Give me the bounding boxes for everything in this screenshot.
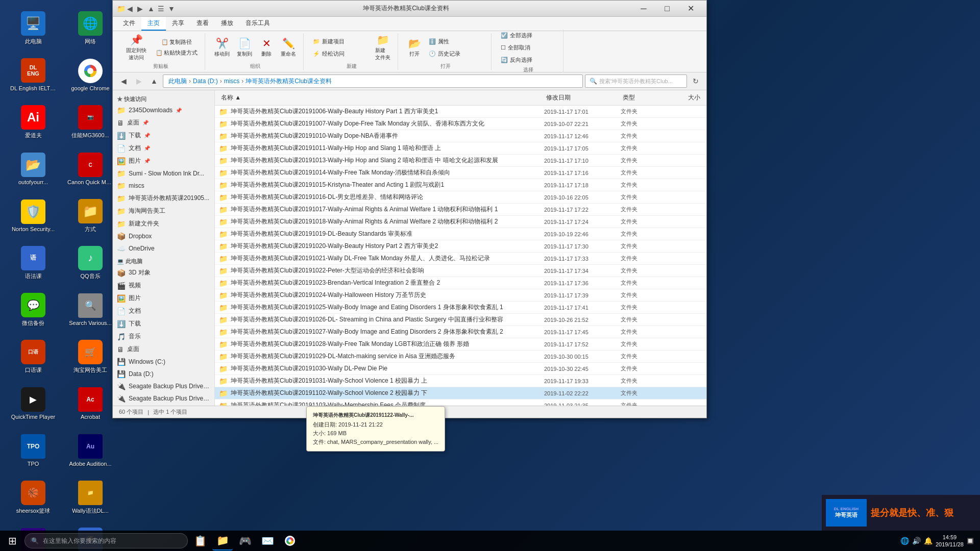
sidebar-item-kunge201905[interactable]: 📁 坤哥英语外教精英课201905...	[113, 192, 214, 205]
game-taskbar-button[interactable]: 🎮	[235, 531, 255, 550]
volume-icon[interactable]: 🔊	[912, 537, 921, 545]
desktop-icon-qq-music[interactable]: ♪ QQ音乐	[62, 240, 118, 286]
file-row[interactable]: 📁 坤哥英语外教精英Club课20191016-DL-男女思维差异、情绪和网络评…	[215, 191, 706, 204]
easy-access-button[interactable]: ⚡ 经松访问	[310, 48, 371, 59]
pin-to-quick-access-button[interactable]: 📌 固定到快速访问	[121, 34, 152, 61]
up-button[interactable]: ▲	[148, 74, 161, 88]
file-row[interactable]: 📁 坤哥英语外教精英Club课20191015-Kristyna-Theater…	[215, 179, 706, 191]
tab-share[interactable]: 共享	[166, 17, 190, 31]
search-box[interactable]: 🔍 搜索'坤哥英语外教精英Club...	[585, 74, 687, 88]
network-icon[interactable]: 🌐	[900, 537, 909, 545]
file-explorer-taskbar-button[interactable]: 📁	[212, 531, 233, 550]
minimize-button[interactable]: ─	[632, 1, 655, 17]
file-row[interactable]: 📁 坤哥英语外教精英Club课20191024-Wally-Halloween …	[215, 289, 706, 302]
file-row[interactable]: 📁 坤哥英语外教精英Club课20191017-Wally-Animal Rig…	[215, 204, 706, 216]
new-folder-button[interactable]: 📁 新建文件夹	[372, 34, 394, 61]
chrome-taskbar-button[interactable]	[280, 531, 300, 550]
desktop-icon-taobao[interactable]: 🛒 淘宝网告美工	[62, 334, 118, 380]
desktop-icon-dl-english[interactable]: DLENG DL English IELTS口语...	[5, 52, 61, 98]
path-d-drive[interactable]: Data (D:)	[192, 78, 219, 85]
column-size[interactable]: 大小	[662, 92, 702, 103]
sidebar-item-music[interactable]: 🎵 音乐	[113, 330, 214, 343]
desktop-icon-canon-menu[interactable]: C Canon Quick Menu	[62, 146, 118, 192]
desktop-icon-audition[interactable]: Au Adobe Audition...	[62, 428, 118, 473]
column-date[interactable]: 修改日期	[544, 92, 621, 103]
file-row[interactable]: 📁 坤哥英语外教精英Club课20191019-DL-Beauty Standa…	[215, 228, 706, 240]
file-row[interactable]: 📁 坤哥英语外教精英Club课20191023-Brendan-Vertical…	[215, 277, 706, 289]
notification-icon[interactable]: 🔲	[967, 538, 974, 544]
rename-button[interactable]: ✏️ 重命名	[278, 34, 299, 61]
desktop-icon-outofyourr[interactable]: 📂 outofyourr...	[5, 146, 61, 192]
paste-button[interactable]: 📋 复制路径	[153, 37, 201, 47]
start-button[interactable]: ⊞	[2, 531, 22, 550]
file-row[interactable]: 📁 坤哥英语外教精英Club课20191021-Wally DL-Free Ta…	[215, 253, 706, 265]
file-row[interactable]: 📁 坤哥英语外教精英Club课20191006-Wally-Beauty His…	[215, 106, 706, 118]
path-miscs[interactable]: miscs	[223, 78, 241, 85]
sidebar-item-documents2[interactable]: 📄 文档	[113, 305, 214, 317]
desktop-icon-network[interactable]: 🌐 网络	[62, 5, 118, 51]
desktop-icon-adobat[interactable]: Ai 爱道夫	[5, 99, 61, 145]
desktop-icon-sheersox[interactable]: 🏀 sheersox篮球	[5, 474, 61, 520]
select-all-button[interactable]: ☑️ 全部选择	[498, 30, 559, 41]
sidebar-item-downloads[interactable]: ⬇️ 下载 📌	[113, 129, 214, 142]
back-button[interactable]: ◀	[117, 74, 130, 88]
properties-button[interactable]: ℹ️ 属性	[426, 36, 487, 47]
file-row[interactable]: 📁 坤哥英语外教精英Club课20191014-Wally-Free Talk …	[215, 167, 706, 179]
sidebar-item-c-drive[interactable]: 💾 Windows (C:)	[113, 356, 214, 368]
sidebar-item-downloads2[interactable]: ⬇️ 下载	[113, 317, 214, 330]
sidebar-item-documents[interactable]: 📄 文档 📌	[113, 142, 214, 155]
sidebar-item-desktop[interactable]: 🖥 桌面 📌	[113, 116, 214, 129]
file-row[interactable]: 📁 坤哥英语外教精英Club课20191025-Wally-Body Image…	[215, 302, 706, 314]
file-row[interactable]: 📁 坤哥英语外教精英Club课20191020-Wally-Beauty His…	[215, 240, 706, 253]
file-row[interactable]: 📁 坤哥英语外教精英Club课20191030-Wally DL-Pew Die…	[215, 363, 706, 375]
column-name[interactable]: 名称 ▲	[219, 92, 544, 103]
sidebar-item-dropbox[interactable]: 📦 Dropbox	[113, 230, 214, 242]
sidebar-item-desktop2[interactable]: 🖥 桌面	[113, 343, 214, 356]
maximize-button[interactable]: □	[655, 1, 679, 17]
battery-icon[interactable]: 🔔	[924, 537, 933, 545]
new-item-button[interactable]: 📁 新建项目	[310, 36, 371, 47]
path-current[interactable]: 坤哥英语外教精英Club课全资料	[244, 77, 333, 86]
desktop-icon-wechat[interactable]: 💬 微信备份	[5, 287, 61, 333]
sidebar-item-seagate-e2[interactable]: 🔌 Seagate Backup Plus Drive (E:	[113, 392, 214, 405]
sidebar-item-onedrive[interactable]: ☁️ OneDrive	[113, 242, 214, 255]
file-row[interactable]: 📁 坤哥英语外教精英Club课20191007-Wally Dope-Free …	[215, 118, 706, 130]
desktop-icon-wally-folder[interactable]: 📁 Wally语法DL...	[62, 474, 118, 520]
file-row[interactable]: 📁 坤哥英语外教精英Club课20191031-Wally-School Vio…	[215, 375, 706, 387]
history-button[interactable]: 🕐 历史记录	[426, 48, 487, 59]
desktop-icon-chrome[interactable]: google Chrome	[62, 52, 118, 98]
desktop-icon-quicktime[interactable]: ▶ QuickTime Player	[5, 381, 61, 427]
desktop-icon-search[interactable]: 🔍 Search Various...	[62, 287, 118, 333]
taskbar-time[interactable]: 14:59 2019/11/28	[936, 534, 964, 548]
desktop-icon-norton[interactable]: 🛡️ Norton Security...	[5, 193, 61, 239]
file-row[interactable]: 📁 坤哥英语外教精英Club课20191029-DL-Match-making …	[215, 350, 706, 363]
sidebar-item-pictures2[interactable]: 🖼️ 图片	[113, 292, 214, 305]
sidebar-item-pictures[interactable]: 🖼️ 图片 📌	[113, 155, 214, 167]
address-path[interactable]: 此电脑 › Data (D:) › miscs › 坤哥英语外教精英Club课全…	[163, 74, 583, 88]
forward-button[interactable]: ▶	[132, 74, 145, 88]
desktop-icon-tpo[interactable]: TPO TPO	[5, 428, 61, 473]
file-row[interactable]: 📁 坤哥英语外教精英Club课20191018-Wally-Animal Rig…	[215, 216, 706, 228]
tab-home[interactable]: 主页	[141, 17, 166, 31]
task-view-button[interactable]: 📋	[190, 531, 210, 550]
sidebar-item-videos[interactable]: 🎬 视频	[113, 279, 214, 292]
file-row[interactable]: 📁 坤哥英语外教精英Club课20191013-Wally-Hip Hop an…	[215, 155, 706, 167]
open-button[interactable]: 📂 打开	[404, 34, 425, 61]
sidebar-item-sumi[interactable]: 📁 Sumi - Slow Motion Ink Dr...	[113, 167, 214, 180]
sidebar-item-d-drive[interactable]: 💾 Data (D:)	[113, 368, 214, 380]
sidebar-item-seagate-e[interactable]: 🔌 Seagate Backup Plus Drive (E:	[113, 380, 214, 392]
sidebar-item-2345downloads[interactable]: 📁 2345Downloads 📌	[113, 104, 214, 116]
file-row[interactable]: 📁 坤哥英语外教精英Club课20191010-Wally Dope-NBA香港…	[215, 130, 706, 142]
file-row[interactable]: 📁 坤哥英语外教精英Club课20191102-Wally-School Vio…	[215, 387, 706, 399]
taskbar-search[interactable]: 🔍 在这里输入你要搜索的内容	[24, 533, 188, 548]
tab-music-tools[interactable]: 音乐工具	[239, 17, 276, 31]
close-button[interactable]: ✕	[679, 1, 702, 17]
file-row[interactable]: 📁 坤哥英语外教精英Club课20191028-Wally-Free Talk …	[215, 338, 706, 350]
file-row[interactable]: 📁 坤哥英语外教精英Club课20191011-Wally-Hip Hop an…	[215, 142, 706, 155]
copy-to-button[interactable]: 📄 复制到	[234, 34, 255, 61]
tab-view[interactable]: 查看	[190, 17, 215, 31]
select-none-button[interactable]: ☐ 全部取消	[498, 42, 559, 53]
file-row[interactable]: 📁 坤哥英语外教精英Club课20191022-Peter-大型运动会的经济和社…	[215, 265, 706, 277]
desktop-icon-computer[interactable]: 🖥️ 此电脑	[5, 5, 61, 51]
file-row[interactable]: 📁 坤哥英语外教精英Club课20191103-Wally-Membership…	[215, 399, 706, 406]
